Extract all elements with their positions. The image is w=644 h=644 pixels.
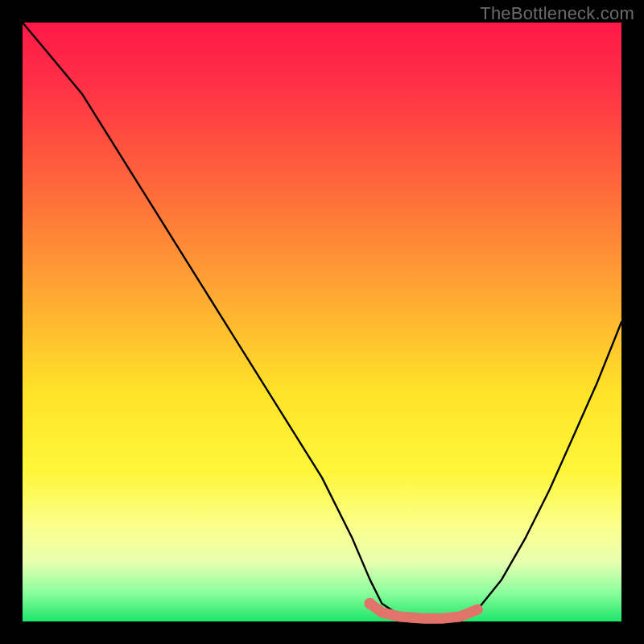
bottleneck-curve: [23, 23, 621, 621]
chart-frame: TheBottleneck.com: [0, 0, 644, 644]
plot-area: [23, 23, 621, 621]
watermark-text: TheBottleneck.com: [480, 3, 634, 24]
flat-region-start-dot: [365, 598, 376, 609]
curve-svg: [23, 23, 621, 621]
